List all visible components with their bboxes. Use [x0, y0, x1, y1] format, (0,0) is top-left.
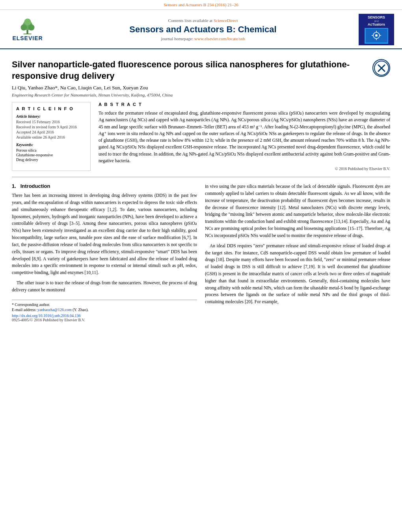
abstract-section: A B S T R A C T To reduce the premature … — [99, 102, 390, 171]
intro-paragraph-3: in vivo using the pure silica materials … — [205, 183, 390, 239]
intro-body-right: in vivo using the pure silica materials … — [205, 183, 390, 306]
email-label: E-mail address: — [12, 308, 37, 312]
doi-link[interactable]: http://dx.doi.org/10.1016/j.snb.2016.04.… — [12, 313, 197, 318]
svg-point-9 — [375, 34, 378, 37]
keywords-section: Keywords: Porous silica Glutathione-resp… — [16, 143, 86, 162]
abstract-text: To reduce the premature release of encap… — [99, 110, 390, 164]
author-email[interactable]: yanbaozha@126.com — [37, 308, 72, 312]
body-content: 1. Introduction There has been an increa… — [12, 183, 390, 322]
intro-paragraph-1: There has been an increasing interest in… — [12, 192, 197, 276]
svg-point-5 — [24, 19, 31, 26]
keyword-1: Porous silica — [16, 148, 86, 152]
issn-line: 0925-4005/© 2016 Published by Elsevier B… — [12, 318, 197, 322]
page: Sensors and Actuators B 234 (2016) 21–26… — [0, 0, 402, 532]
accepted-date: Accepted 24 April 2016 — [16, 130, 86, 134]
article-info-title: A R T I C L E I N F O — [16, 106, 86, 111]
authors: Li Qiu, Yanbao Zhao*, Na Cao, Liuqin Cao… — [12, 85, 390, 91]
svg-point-4 — [28, 24, 35, 31]
left-column: 1. Introduction There has been an increa… — [12, 183, 197, 322]
intro-paragraph-2: The other issue is to trace the release … — [12, 280, 197, 294]
doi-url[interactable]: http://dx.doi.org/10.1016/j.snb.2016.04.… — [12, 313, 81, 318]
elsevier-brand-text: ELSEVIER — [12, 35, 43, 41]
keywords-label: Keywords: — [16, 143, 86, 147]
article-title-section: Silver nanoparticle-gated fluorescence p… — [12, 59, 390, 82]
footnote-area: * Corresponding author. E-mail address: … — [12, 300, 197, 322]
elsevier-tree-icon — [14, 18, 41, 35]
section-number: 1. — [12, 183, 16, 189]
top-citation-bar: Sensors and Actuators B 234 (2016) 21–26 — [0, 0, 402, 10]
journal-header: ELSEVIER Contents lists available at Sci… — [0, 10, 402, 49]
intro-paragraph-4: An ideal DDS requires "zero" premature r… — [205, 243, 390, 306]
sensors-logo-line2: AcTuators — [368, 22, 385, 27]
main-content: Silver nanoparticle-gated fluorescence p… — [0, 49, 402, 328]
article-history-label: Article history: — [16, 114, 86, 119]
introduction-heading: 1. Introduction — [12, 183, 197, 189]
sensors-actuators-logo: SENSORS and AcTuators — [359, 14, 394, 45]
abstract-title: A B S T R A C T — [99, 102, 390, 107]
elsevier-logo: ELSEVIER — [8, 18, 47, 41]
svg-point-3 — [21, 24, 27, 31]
article-info-box: A R T I C L E I N F O Article history: R… — [12, 102, 91, 171]
crossmark-logo[interactable] — [372, 59, 390, 77]
copyright-line: © 2016 Published by Elsevier B.V. — [99, 167, 390, 171]
email-line: E-mail address: yanbaozha@126.com (Y. Zh… — [12, 308, 197, 312]
section-title-text: Introduction — [20, 183, 50, 189]
keyword-3: Drug delivery — [16, 158, 86, 162]
journal-center: Contents lists available at ScienceDirec… — [47, 18, 359, 41]
corresponding-author-label: * Corresponding author. — [12, 302, 197, 307]
citation-text: Sensors and Actuators B 234 (2016) 21–26 — [164, 2, 238, 7]
sensors-logo-image — [365, 28, 388, 44]
article-title: Silver nanoparticle-gated fluorescence p… — [12, 59, 372, 82]
sciencedirect-link[interactable]: ScienceDirect — [214, 18, 238, 23]
keyword-2: Glutathione-responsive — [16, 153, 86, 157]
crossmark-icon — [374, 60, 389, 76]
sensors-logo-and: and — [374, 20, 379, 22]
right-column: in vivo using the pure silica materials … — [205, 183, 390, 322]
homepage-url[interactable]: www.elsevier.com/locate/snb — [194, 36, 245, 41]
available-date: Available online 26 April 2016 — [16, 135, 86, 139]
journal-homepage: journal homepage: www.elsevier.com/locat… — [47, 36, 359, 41]
received-date: Received 15 February 2016 — [16, 120, 86, 124]
revised-date: Received in revised form 9 April 2016 — [16, 125, 86, 129]
email-suffix: (Y. Zhao). — [73, 308, 89, 312]
sensors-logo-graphic — [366, 29, 387, 43]
affiliation: Engineering Research Center for Nanomate… — [12, 93, 390, 97]
contents-available: Contents lists available at ScienceDirec… — [47, 18, 359, 23]
section-divider — [12, 177, 390, 177]
intro-body-left: There has been an increasing interest in… — [12, 192, 197, 293]
svg-rect-1 — [24, 33, 32, 34]
journal-title: Sensors and Actuators B: Chemical — [47, 24, 359, 35]
article-info-abstract-section: A R T I C L E I N F O Article history: R… — [12, 102, 390, 171]
svg-point-6 — [27, 30, 28, 32]
sensors-logo-line1: SENSORS — [368, 15, 385, 20]
